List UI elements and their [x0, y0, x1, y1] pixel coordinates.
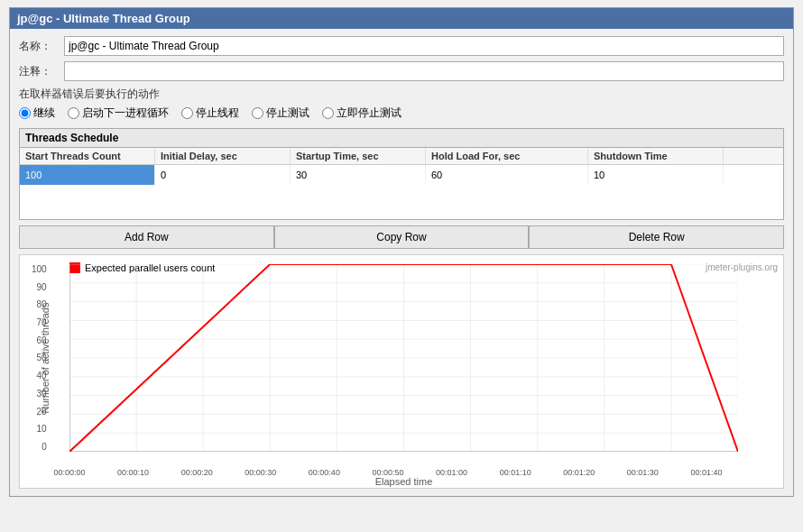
copy-row-button[interactable]: Copy Row	[274, 225, 530, 249]
chart-svg	[69, 264, 738, 452]
header-initial-delay: Initial Delay, sec	[155, 148, 291, 164]
radio-next-loop[interactable]: 启动下一进程循环	[68, 105, 169, 121]
schedule-title: Threads Schedule	[20, 129, 783, 148]
table-row[interactable]: 100 0 30 60 10	[20, 165, 783, 185]
cell-startup-time[interactable]: 30	[291, 165, 426, 185]
button-row: Add Row Copy Row Delete Row	[19, 225, 784, 249]
add-row-button[interactable]: Add Row	[19, 225, 274, 249]
radio-stop-thread[interactable]: 停止线程	[181, 105, 239, 121]
content-area: 名称： 注释： 在取样器错误后要执行的动作 继续 启动下一进程循环 停止线程	[10, 29, 793, 496]
radio-stop-test[interactable]: 停止测试	[252, 105, 309, 121]
comment-row: 注释：	[19, 61, 784, 81]
window-title: jp@gc - Ultimate Thread Group	[17, 12, 190, 25]
title-bar: jp@gc - Ultimate Thread Group	[10, 8, 793, 29]
comment-label: 注释：	[19, 64, 64, 79]
delete-row-button[interactable]: Delete Row	[529, 225, 784, 249]
chart-container: Expected parallel users count jmeter-plu…	[19, 254, 784, 489]
header-startup-time: Startup Time, sec	[291, 148, 426, 164]
cell-hold-load[interactable]: 60	[426, 165, 588, 185]
radio-group: 继续 启动下一进程循环 停止线程 停止测试 立即停止测试	[19, 105, 784, 121]
radio-continue[interactable]: 继续	[19, 105, 55, 121]
header-start-threads: Start Threads Count	[20, 148, 155, 164]
chart-area: Number of active threads	[69, 264, 738, 452]
table-header: Start Threads Count Initial Delay, sec S…	[20, 148, 783, 165]
name-label: 名称：	[19, 39, 64, 54]
y-axis-ticks: 100 90 80 70 60 50 40 30 20 10 0	[32, 264, 47, 452]
main-window: jp@gc - Ultimate Thread Group 名称： 注释： 在取…	[9, 7, 794, 497]
action-label: 在取样器错误后要执行的动作	[19, 87, 784, 102]
comment-input[interactable]	[64, 61, 784, 81]
x-axis-title: Elapsed time	[69, 475, 738, 488]
radio-stop-test-now[interactable]: 立即停止测试	[322, 105, 402, 121]
cell-start-threads[interactable]: 100	[20, 165, 155, 185]
header-shutdown-time: Shutdown Time	[588, 148, 724, 164]
table-body: 100 0 30 60 10	[20, 165, 783, 219]
cell-shutdown-time[interactable]: 10	[588, 165, 724, 185]
cell-initial-delay[interactable]: 0	[155, 165, 291, 185]
name-row: 名称：	[19, 36, 784, 56]
schedule-section: Threads Schedule Start Threads Count Ini…	[19, 128, 784, 220]
header-hold-load: Hold Load For, sec	[426, 148, 588, 164]
name-input[interactable]	[64, 36, 784, 56]
